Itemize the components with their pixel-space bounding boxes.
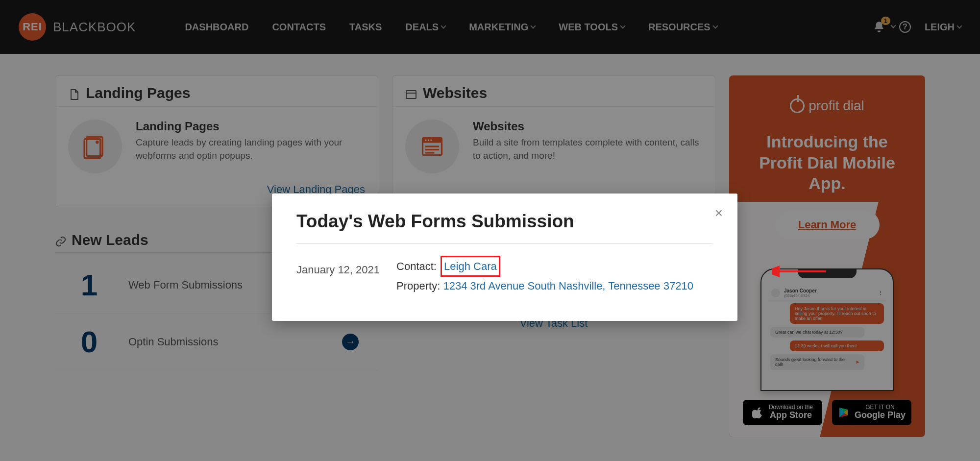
modal-property-line: Property: 1234 3rd Avenue South Nashvill… [396,277,693,295]
annotation-highlight-box: Leigh Cara [441,256,500,277]
modal-body: January 12, 2021 Contact: Leigh Cara Pro… [296,256,713,295]
modal-date: January 12, 2021 [296,256,380,276]
modal-details: Contact: Leigh Cara Property: 1234 3rd A… [396,256,693,295]
modal-title: Today's Web Forms Submission [296,211,713,244]
property-address-link[interactable]: 1234 3rd Avenue South Nashville, Tenness… [443,280,693,292]
property-label: Property: [396,280,440,292]
contact-name-link[interactable]: Leigh Cara [444,260,497,272]
close-icon[interactable]: × [715,205,723,221]
contact-label: Contact: [396,260,437,272]
modal-contact-line: Contact: Leigh Cara [396,256,693,277]
webform-submission-modal: × Today's Web Forms Submission January 1… [272,194,737,321]
